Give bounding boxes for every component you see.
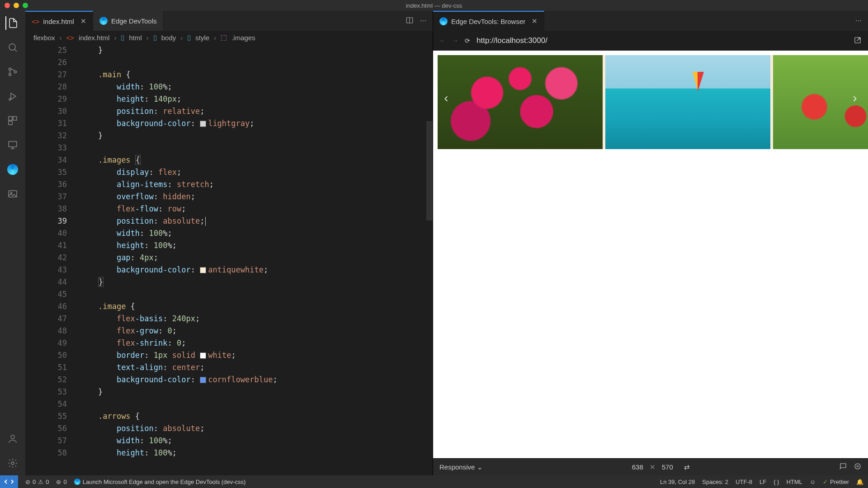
svg-point-3	[14, 71, 17, 73]
image-sailboat	[605, 55, 770, 149]
carousel-prev-arrow[interactable]: ‹	[439, 89, 453, 107]
tab-label: Edge DevTools: Browser	[451, 18, 525, 25]
rotate-icon[interactable]: ⇄	[684, 463, 690, 471]
minimap-scrollbar[interactable]	[426, 121, 433, 221]
tag-icon: ▯	[153, 33, 157, 42]
source-control-icon[interactable]	[6, 65, 19, 79]
svg-point-15	[855, 464, 860, 469]
inspect-target-icon[interactable]	[854, 462, 862, 472]
url-bar[interactable]: http://localhost:3000/	[476, 36, 547, 45]
settings-gear-icon[interactable]	[6, 456, 19, 470]
html5-icon: <>	[66, 34, 75, 42]
breadcrumb-item[interactable]: flexbox	[33, 34, 55, 42]
dimension-x-icon: ✕	[650, 463, 656, 471]
edge-icon	[439, 17, 448, 25]
breadcrumb-item[interactable]: html	[129, 34, 142, 42]
status-bar: ⊘0 ⚠0 ⊚0 Launch Microsoft Edge and open …	[0, 475, 868, 488]
viewport-width[interactable]: 638	[632, 463, 643, 471]
explorer-icon[interactable]	[5, 16, 19, 30]
viewport-height[interactable]: 570	[662, 463, 673, 471]
svg-point-1	[9, 68, 11, 70]
reload-icon[interactable]: ⟳	[465, 37, 470, 44]
svg-point-12	[11, 462, 14, 465]
language-mode[interactable]: HTML	[786, 479, 802, 485]
svg-point-0	[9, 44, 15, 50]
tab-edge-devtools[interactable]: Edge DevTools	[93, 11, 164, 31]
code-editor[interactable]: 2526272829303132333435363738394041424344…	[25, 44, 433, 475]
open-external-icon[interactable]	[854, 36, 862, 46]
browser-viewport[interactable]: ‹ ›	[433, 51, 868, 458]
tab-label: index.html	[43, 18, 74, 25]
close-icon[interactable]: ✕	[80, 17, 86, 25]
svg-rect-6	[13, 117, 17, 120]
forward-icon[interactable]: →	[452, 37, 458, 44]
editor-group: <> index.html ✕ Edge DevTools ⋯ flexbox›…	[25, 11, 433, 475]
edge-icon	[99, 17, 108, 25]
check-icon: ✓	[823, 479, 828, 485]
browser-toolbar: ← → ⟳ http://localhost:3000/	[433, 31, 868, 51]
html5-icon: <>	[32, 18, 40, 25]
indentation[interactable]: Spaces: 2	[702, 479, 728, 485]
svg-rect-8	[9, 141, 17, 147]
chevron-down-icon: ⌄	[477, 463, 483, 471]
breadcrumb[interactable]: flexbox› <> index.html› ▯ html› ▯ body› …	[25, 31, 433, 44]
search-icon[interactable]	[6, 41, 19, 54]
more-actions-icon[interactable]: ⋯	[420, 17, 426, 24]
feedback-icon[interactable]: ☺	[810, 479, 816, 485]
tab-devtools-browser[interactable]: Edge DevTools: Browser ✕	[433, 11, 544, 31]
radio-tower-icon: ⊚	[56, 479, 61, 485]
formatter[interactable]: ✓ Prettier	[823, 479, 849, 485]
device-mode-dropdown[interactable]: Responsive ⌄	[439, 463, 483, 471]
tag-icon: ▯	[187, 33, 191, 42]
browser-tabs: Edge DevTools: Browser ✕ ⋯	[433, 11, 868, 31]
edge-icon[interactable]	[6, 163, 19, 176]
image-icon[interactable]	[6, 187, 19, 201]
window-titlebar: index.html — dev-css	[0, 0, 868, 11]
launch-hint[interactable]: Launch Microsoft Edge and open the Edge …	[74, 479, 246, 485]
page-carousel	[438, 55, 868, 149]
warning-icon: ⚠	[38, 479, 43, 485]
device-toolbar: Responsive ⌄ 638 ✕ 570 ⇄	[433, 458, 868, 475]
tag-icon: ▯	[121, 33, 124, 42]
language-braces-icon: { }	[774, 479, 779, 485]
notifications-bell-icon[interactable]: 🔔	[856, 479, 863, 485]
svg-rect-7	[9, 121, 12, 125]
window-close-button[interactable]	[5, 3, 10, 8]
image-tulips	[438, 55, 603, 149]
problems-indicator[interactable]: ⊘0 ⚠0	[25, 479, 49, 485]
code-content[interactable]: } .main { width: 100%; height: 140px; po…	[80, 44, 433, 475]
tab-label: Edge DevTools	[111, 17, 157, 25]
window-minimize-button[interactable]	[14, 3, 19, 8]
more-actions-icon[interactable]: ⋯	[855, 17, 862, 24]
close-icon[interactable]: ✕	[532, 17, 538, 25]
breadcrumb-item[interactable]: body	[161, 34, 176, 42]
css-icon: ⬚	[221, 33, 227, 42]
carousel-next-arrow[interactable]: ›	[848, 89, 862, 107]
breadcrumb-item[interactable]: .images	[231, 34, 255, 42]
cursor-position[interactable]: Ln 39, Col 28	[660, 479, 695, 485]
edge-icon	[74, 479, 80, 485]
eol[interactable]: LF	[760, 479, 766, 485]
svg-point-16	[857, 466, 859, 467]
svg-rect-5	[9, 117, 12, 120]
editor-tabs: <> index.html ✕ Edge DevTools ⋯	[25, 11, 433, 31]
devtools-browser-pane: Edge DevTools: Browser ✕ ⋯ ← → ⟳ http://…	[433, 11, 868, 475]
remote-explorer-icon[interactable]	[6, 138, 19, 152]
error-icon: ⊘	[25, 479, 30, 485]
extensions-icon[interactable]	[6, 114, 19, 127]
line-number-gutter: 2526272829303132333435363738394041424344…	[25, 44, 80, 475]
encoding[interactable]: UTF-8	[736, 479, 752, 485]
tab-index-html[interactable]: <> index.html ✕	[25, 11, 93, 31]
debug-icon[interactable]	[6, 89, 19, 103]
ports-indicator[interactable]: ⊚0	[56, 479, 66, 485]
breadcrumb-item[interactable]: style	[195, 34, 209, 42]
window-zoom-button[interactable]	[23, 3, 28, 8]
remote-indicator[interactable]	[0, 475, 18, 488]
screencast-icon[interactable]	[839, 462, 847, 472]
svg-point-4	[9, 99, 11, 100]
account-icon[interactable]	[6, 432, 19, 446]
activity-bar	[0, 11, 25, 475]
back-icon[interactable]: ←	[439, 37, 446, 44]
breadcrumb-item[interactable]: index.html	[79, 34, 109, 42]
split-editor-icon[interactable]	[406, 16, 414, 26]
